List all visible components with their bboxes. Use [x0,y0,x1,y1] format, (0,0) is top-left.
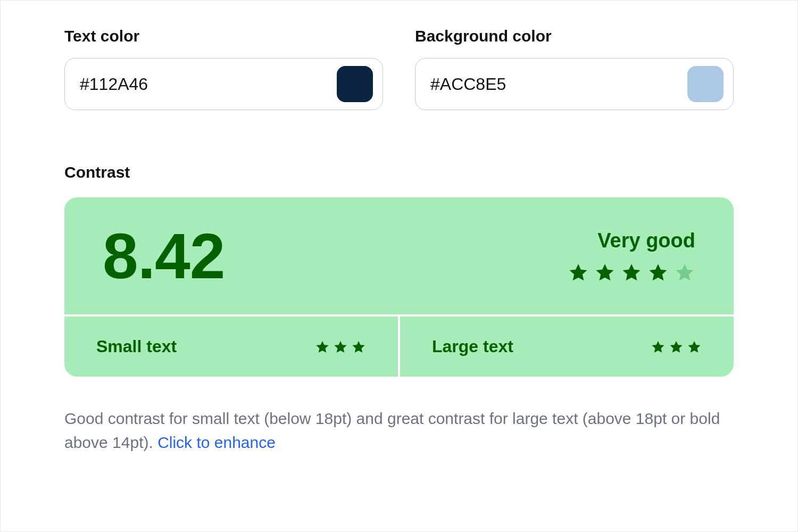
text-color-input[interactable] [80,74,285,94]
star-icon [647,262,669,283]
star-icon [568,262,589,283]
contrast-description: Good contrast for small text (below 18pt… [64,406,734,454]
text-color-group: Text color [64,27,383,110]
overall-stars [568,262,695,283]
bg-color-label: Background color [415,27,734,45]
text-color-label: Text color [64,27,383,45]
star-icon [351,339,366,354]
contrast-verdict: Very good [568,229,695,252]
text-color-input-wrap [64,58,383,110]
bg-color-group: Background color [415,27,734,110]
enhance-link[interactable]: Click to enhance [157,434,276,451]
star-icon [687,339,702,354]
large-text-cell: Large text [400,317,734,377]
score-top: 8.42 Very good [64,197,734,314]
star-icon [669,339,684,354]
contrast-heading: Contrast [64,163,734,181]
star-icon [315,339,330,354]
bg-color-swatch[interactable] [687,66,724,102]
large-text-label: Large text [432,337,513,356]
small-text-label: Small text [96,337,177,356]
contrast-score-card: 8.42 Very good Small text [64,197,734,377]
score-right: Very good [568,229,695,283]
star-icon [594,262,616,283]
small-text-stars [315,339,366,354]
bg-color-input[interactable] [430,74,636,94]
bg-color-input-wrap [415,58,734,110]
star-icon [333,339,348,354]
large-text-stars [651,339,702,354]
contrast-section: Contrast 8.42 Very good Small text [64,163,734,454]
small-text-cell: Small text [64,317,400,377]
star-icon [651,339,666,354]
star-icon [674,262,695,283]
score-bottom: Small text Large text [64,314,734,377]
contrast-score-value: 8.42 [103,224,225,288]
text-color-swatch[interactable] [337,66,373,102]
star-icon [621,262,642,283]
